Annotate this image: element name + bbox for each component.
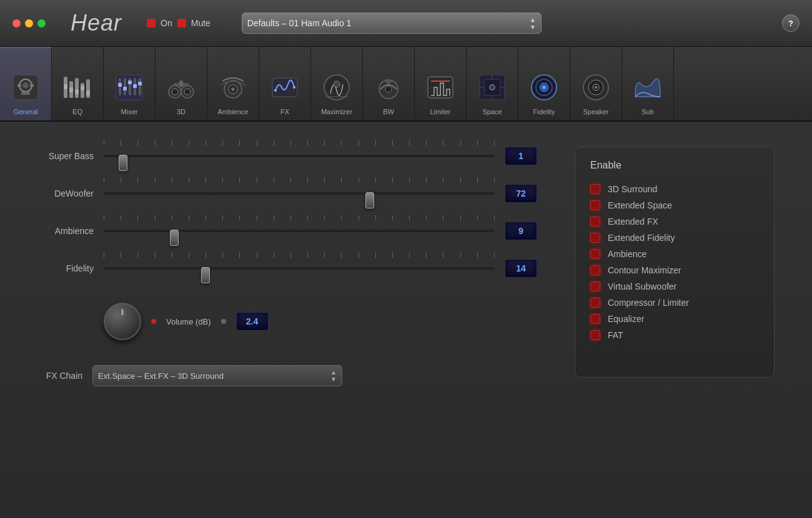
svg-point-56 [542, 86, 546, 89]
enable-led-contour-maximizer [590, 265, 600, 275]
traffic-lights [12, 19, 46, 27]
enable-item-extended-space[interactable]: Extended Space [590, 197, 759, 213]
sliders-section: Super Bass 1 DeWoofer [37, 147, 537, 386]
minimize-button[interactable] [25, 19, 33, 27]
svg-rect-5 [30, 84, 34, 87]
svg-point-40 [334, 81, 340, 87]
close-button[interactable] [12, 19, 21, 27]
tab-icon-fidelity [527, 71, 561, 104]
slider-track-dewoofer[interactable] [104, 184, 495, 203]
mute-label[interactable]: Mute [191, 18, 210, 28]
on-label[interactable]: On [161, 18, 172, 28]
ticks-ambience [104, 215, 495, 220]
slider-row-ambience: Ambience 9 [37, 222, 537, 240]
tab-3d[interactable]: 3D [156, 47, 207, 120]
tab-ambience[interactable]: Ambience [207, 47, 259, 120]
slider-track-super-bass[interactable] [104, 147, 495, 165]
svg-point-60 [595, 86, 597, 89]
svg-point-52 [490, 85, 495, 90]
enable-led-extended-fx [590, 217, 600, 227]
svg-point-3 [22, 82, 29, 89]
svg-rect-11 [64, 84, 67, 89]
enable-led-equalizer [590, 314, 600, 324]
tab-maximizer[interactable]: Maximizer [311, 47, 363, 120]
slider-track-fidelity[interactable] [104, 259, 495, 278]
tab-icon-mixer [112, 71, 146, 104]
tab-bw[interactable]: BW [363, 47, 415, 120]
app-title: Hear [71, 10, 122, 36]
slider-track-ambience[interactable] [104, 222, 495, 240]
track-fidelity [104, 267, 495, 270]
svg-rect-8 [75, 78, 79, 98]
enable-item-contour-maximizer[interactable]: Contour Maximizer [590, 262, 759, 278]
slider-label-super-bass: Super Bass [37, 151, 94, 161]
enable-label-fat: FAT [608, 330, 623, 340]
enable-item-equalizer[interactable]: Equalizer [590, 311, 759, 327]
enable-led-ambience [590, 249, 600, 259]
tab-sub[interactable]: Sub [622, 47, 674, 120]
enable-title: Enable [590, 160, 759, 171]
enable-led-virtual-subwoofer [590, 281, 600, 291]
enable-item-3d-surround[interactable]: 3D Surround [590, 181, 759, 197]
svg-rect-13 [75, 89, 79, 94]
enable-label-extended-space: Extended Space [608, 200, 672, 210]
tab-label-general: General [13, 108, 37, 115]
tab-label-speaker: Speaker [583, 108, 609, 115]
svg-rect-2 [21, 92, 30, 95]
tab-icon-fx [268, 71, 302, 104]
mute-indicator [177, 19, 186, 27]
enable-item-ambience[interactable]: Ambience [590, 246, 759, 262]
enable-label-virtual-subwoofer: Virtual Subwoofer [608, 281, 676, 291]
preset-dropdown[interactable]: Defaults – 01 Ham Audio 1 ▲ ▼ [242, 12, 542, 34]
value-super-bass: 1 [505, 147, 537, 165]
fxchain-arrows[interactable]: ▲ ▼ [330, 369, 337, 383]
titlebar: Hear On Mute Defaults – 01 Ham Audio 1 ▲… [0, 0, 812, 47]
tab-speaker[interactable]: Speaker [570, 47, 622, 120]
enable-item-extended-fidelity[interactable]: Extended Fidelity [590, 230, 759, 246]
tabbar: General EQ [0, 47, 812, 122]
value-ambience: 9 [505, 222, 537, 240]
enable-led-compressor-limiter [590, 298, 600, 308]
enable-item-virtual-subwoofer[interactable]: Virtual Subwoofer [590, 278, 759, 295]
fxchain-section: FX Chain Ext.Space – Ext.FX – 3D Surroun… [37, 365, 537, 386]
tab-fx[interactable]: FX [259, 47, 311, 120]
enable-item-compressor-limiter[interactable]: Compressor / Limiter [590, 295, 759, 311]
preset-arrows[interactable]: ▲ ▼ [530, 16, 536, 31]
tab-icon-eq [61, 71, 94, 104]
tab-limiter[interactable]: Limiter [415, 47, 467, 120]
slider-label-dewoofer: DeWoofer [37, 188, 94, 198]
tab-space[interactable]: Space [467, 47, 518, 120]
tab-eq[interactable]: EQ [52, 47, 104, 120]
fxchain-dropdown[interactable]: Ext.Space – Ext.FX – 3D Surround ▲ ▼ [92, 365, 342, 386]
slider-row-super-bass: Super Bass 1 [37, 147, 537, 165]
volume-dot-red [151, 319, 156, 324]
on-indicator [147, 19, 156, 27]
svg-point-45 [385, 86, 392, 92]
thumb-super-bass[interactable] [119, 155, 127, 171]
tab-label-fidelity: Fidelity [533, 108, 555, 115]
help-button[interactable]: ? [782, 14, 800, 32]
tab-general[interactable]: General [0, 47, 52, 120]
thumb-fidelity[interactable] [201, 267, 210, 283]
enable-led-3d-surround [590, 184, 600, 194]
svg-rect-12 [69, 87, 73, 92]
enable-item-extended-fx[interactable]: Extended FX [590, 213, 759, 230]
slider-row-dewoofer: DeWoofer 72 [37, 184, 537, 203]
svg-rect-25 [133, 84, 137, 88]
maximize-button[interactable] [37, 19, 46, 27]
enable-led-extended-fidelity [590, 233, 600, 243]
thumb-ambience[interactable] [170, 230, 179, 246]
volume-knob[interactable] [104, 303, 141, 340]
tab-label-ambience: Ambience [218, 108, 249, 115]
svg-rect-15 [86, 90, 90, 95]
tab-label-sub: Sub [641, 108, 654, 115]
enable-label-extended-fx: Extended FX [608, 217, 658, 227]
thumb-dewoofer[interactable] [365, 192, 374, 208]
track-ambience [104, 230, 495, 232]
tab-fidelity[interactable]: Fidelity [518, 47, 570, 120]
volume-section: Volume (dB) 2.4 [37, 303, 537, 340]
value-fidelity: 14 [505, 259, 537, 278]
tab-mixer[interactable]: Mixer [104, 47, 156, 120]
enable-item-fat[interactable]: FAT [590, 327, 759, 343]
svg-point-38 [293, 86, 295, 89]
